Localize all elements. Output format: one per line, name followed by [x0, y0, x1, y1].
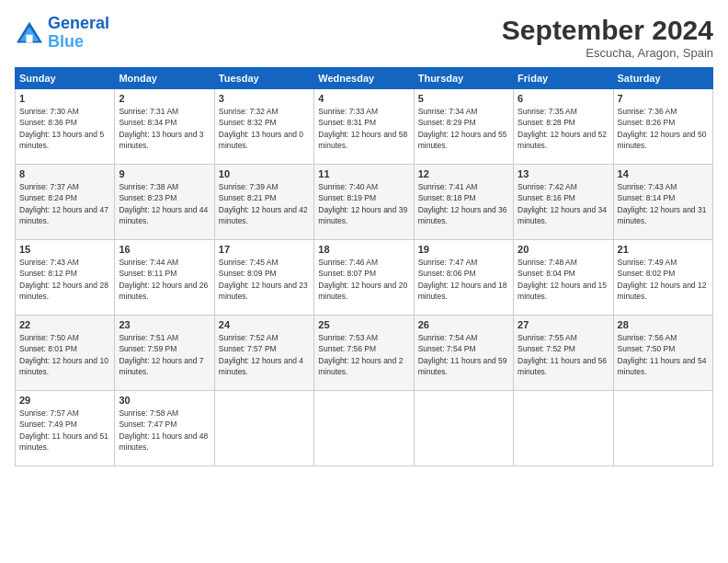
sunrise: Sunrise: 7:52 AM: [219, 333, 279, 342]
table-row: [613, 391, 712, 466]
day-info: Sunrise: 7:39 AM Sunset: 8:21 PM Dayligh…: [219, 181, 310, 226]
table-row: 8 Sunrise: 7:37 AM Sunset: 8:24 PM Dayli…: [16, 165, 115, 240]
table-row: 4 Sunrise: 7:33 AM Sunset: 8:31 PM Dayli…: [314, 89, 414, 165]
sunrise: Sunrise: 7:53 AM: [318, 333, 378, 342]
sunset: Sunset: 7:57 PM: [219, 344, 277, 353]
table-row: 9 Sunrise: 7:38 AM Sunset: 8:23 PM Dayli…: [115, 165, 214, 240]
col-saturday: Saturday: [613, 68, 712, 89]
sunset: Sunset: 8:01 PM: [19, 344, 77, 353]
daylight: Daylight: 11 hours and 56 minutes.: [518, 356, 607, 376]
table-row: 12 Sunrise: 7:41 AM Sunset: 8:18 PM Dayl…: [414, 165, 513, 240]
sunrise: Sunrise: 7:56 AM: [618, 333, 677, 342]
day-info: Sunrise: 7:41 AM Sunset: 8:18 PM Dayligh…: [418, 181, 509, 226]
col-tuesday: Tuesday: [214, 68, 313, 89]
day-number: 18: [318, 244, 409, 255]
sunrise: Sunrise: 7:30 AM: [19, 107, 79, 116]
calendar-week-3: 22 Sunrise: 7:50 AM Sunset: 8:01 PM Dayl…: [16, 316, 713, 391]
daylight: Daylight: 12 hours and 36 minutes.: [418, 205, 507, 225]
day-info: Sunrise: 7:42 AM Sunset: 8:16 PM Dayligh…: [518, 181, 609, 226]
calendar-week-1: 8 Sunrise: 7:37 AM Sunset: 8:24 PM Dayli…: [16, 165, 713, 240]
sunset: Sunset: 7:47 PM: [119, 419, 176, 429]
daylight: Daylight: 11 hours and 54 minutes.: [618, 356, 707, 376]
day-info: Sunrise: 7:46 AM Sunset: 8:07 PM Dayligh…: [318, 257, 409, 302]
sunrise: Sunrise: 7:55 AM: [518, 333, 577, 342]
header: General Blue September 2024 Escucha, Ara…: [15, 15, 713, 60]
daylight: Daylight: 12 hours and 7 minutes.: [119, 356, 203, 376]
table-row: 19 Sunrise: 7:47 AM Sunset: 8:06 PM Dayl…: [414, 240, 513, 316]
col-thursday: Thursday: [414, 68, 513, 89]
sunset: Sunset: 8:19 PM: [318, 193, 376, 202]
daylight: Daylight: 12 hours and 28 minutes.: [19, 281, 108, 301]
table-row: 11 Sunrise: 7:40 AM Sunset: 8:19 PM Dayl…: [314, 165, 414, 240]
daylight: Daylight: 12 hours and 50 minutes.: [618, 130, 707, 150]
sunrise: Sunrise: 7:37 AM: [19, 182, 79, 191]
daylight: Daylight: 12 hours and 26 minutes.: [119, 281, 208, 301]
daylight: Daylight: 12 hours and 44 minutes.: [119, 205, 208, 225]
day-info: Sunrise: 7:57 AM Sunset: 7:49 PM Dayligh…: [19, 408, 110, 453]
sunset: Sunset: 8:11 PM: [119, 269, 176, 278]
daylight: Daylight: 12 hours and 39 minutes.: [318, 205, 407, 225]
sunrise: Sunrise: 7:43 AM: [618, 182, 677, 191]
day-number: 29: [19, 395, 110, 406]
sunset: Sunset: 8:06 PM: [418, 269, 476, 278]
table-row: 10 Sunrise: 7:39 AM Sunset: 8:21 PM Dayl…: [214, 165, 313, 240]
daylight: Daylight: 12 hours and 34 minutes.: [518, 205, 607, 225]
day-number: 25: [318, 319, 409, 330]
daylight: Daylight: 11 hours and 48 minutes.: [119, 431, 208, 452]
logo: General Blue: [15, 15, 109, 52]
table-row: 16 Sunrise: 7:44 AM Sunset: 8:11 PM Dayl…: [115, 240, 214, 316]
col-wednesday: Wednesday: [314, 68, 414, 89]
table-row: [514, 391, 613, 466]
day-number: 14: [618, 168, 709, 179]
sunrise: Sunrise: 7:36 AM: [618, 107, 677, 116]
day-number: 27: [518, 319, 609, 330]
day-info: Sunrise: 7:34 AM Sunset: 8:29 PM Dayligh…: [418, 106, 509, 151]
daylight: Daylight: 12 hours and 23 minutes.: [219, 281, 308, 301]
sunset: Sunset: 8:32 PM: [219, 118, 277, 127]
table-row: 22 Sunrise: 7:50 AM Sunset: 8:01 PM Dayl…: [16, 316, 115, 391]
day-info: Sunrise: 7:43 AM Sunset: 8:14 PM Dayligh…: [618, 181, 709, 226]
day-info: Sunrise: 7:52 AM Sunset: 7:57 PM Dayligh…: [219, 332, 310, 377]
day-number: 19: [418, 244, 509, 255]
day-info: Sunrise: 7:56 AM Sunset: 7:50 PM Dayligh…: [618, 332, 709, 377]
day-number: 30: [119, 395, 210, 406]
day-number: 17: [219, 244, 310, 255]
calendar-table: Sunday Monday Tuesday Wednesday Thursday…: [15, 67, 713, 466]
sunrise: Sunrise: 7:58 AM: [119, 408, 178, 418]
day-info: Sunrise: 7:53 AM Sunset: 7:56 PM Dayligh…: [318, 332, 409, 377]
day-number: 23: [119, 319, 210, 330]
day-info: Sunrise: 7:36 AM Sunset: 8:26 PM Dayligh…: [618, 106, 709, 151]
day-info: Sunrise: 7:43 AM Sunset: 8:12 PM Dayligh…: [19, 257, 110, 302]
sunset: Sunset: 8:26 PM: [618, 118, 676, 127]
sunset: Sunset: 7:54 PM: [418, 344, 476, 353]
table-row: 13 Sunrise: 7:42 AM Sunset: 8:16 PM Dayl…: [514, 165, 613, 240]
sunset: Sunset: 8:24 PM: [19, 193, 77, 202]
day-number: 16: [119, 244, 210, 255]
daylight: Daylight: 12 hours and 58 minutes.: [318, 130, 407, 150]
day-info: Sunrise: 7:48 AM Sunset: 8:04 PM Dayligh…: [518, 257, 609, 302]
table-row: 15 Sunrise: 7:43 AM Sunset: 8:12 PM Dayl…: [16, 240, 115, 316]
day-info: Sunrise: 7:38 AM Sunset: 8:23 PM Dayligh…: [119, 181, 210, 226]
sunrise: Sunrise: 7:38 AM: [119, 182, 178, 191]
table-row: [314, 391, 414, 466]
daylight: Daylight: 12 hours and 31 minutes.: [618, 205, 707, 225]
day-number: 20: [518, 244, 609, 255]
day-info: Sunrise: 7:37 AM Sunset: 8:24 PM Dayligh…: [19, 181, 110, 226]
table-row: 26 Sunrise: 7:54 AM Sunset: 7:54 PM Dayl…: [414, 316, 513, 391]
day-info: Sunrise: 7:31 AM Sunset: 8:34 PM Dayligh…: [119, 106, 210, 151]
day-number: 22: [19, 319, 110, 330]
sunset: Sunset: 8:02 PM: [618, 269, 676, 278]
day-number: 10: [219, 168, 310, 179]
table-row: [214, 391, 313, 466]
sunrise: Sunrise: 7:32 AM: [219, 107, 279, 116]
col-sunday: Sunday: [16, 68, 115, 89]
daylight: Daylight: 12 hours and 4 minutes.: [219, 356, 303, 376]
logo-line2: Blue: [48, 32, 84, 51]
daylight: Daylight: 12 hours and 15 minutes.: [518, 281, 607, 301]
daylight: Daylight: 13 hours and 0 minutes.: [219, 130, 303, 150]
day-number: 8: [19, 168, 110, 179]
day-info: Sunrise: 7:40 AM Sunset: 8:19 PM Dayligh…: [318, 181, 409, 226]
daylight: Daylight: 12 hours and 12 minutes.: [618, 281, 707, 301]
daylight: Daylight: 12 hours and 47 minutes.: [19, 205, 108, 225]
day-number: 9: [119, 168, 210, 179]
